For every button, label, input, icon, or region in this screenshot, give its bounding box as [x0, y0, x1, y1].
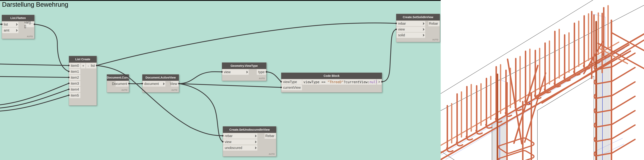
- output-port-View[interactable]: View: [171, 81, 178, 87]
- lacing-badge[interactable]: AUTO: [122, 89, 128, 91]
- input-port-item2[interactable]: item2: [69, 75, 80, 80]
- port-label: solid: [398, 33, 405, 37]
- node-create-setunobscuredinview[interactable]: Create.SetUnobscuredInViewrebarviewunobs…: [223, 126, 276, 156]
- node-create-setsolidinview[interactable]: Create.SetSolidInViewrebarviewsolidRebar…: [396, 14, 440, 42]
- node-title[interactable]: List.Flatten: [2, 15, 34, 21]
- port-label: viewType: [283, 80, 297, 84]
- node-code-block[interactable]: Code BlockviewTypecurrentViewviewType ==…: [281, 72, 382, 93]
- rebar-longitudinal-bar: [536, 34, 644, 97]
- node-document-activeview[interactable]: Document.ActiveViewdocumentViewAUTO: [142, 74, 179, 93]
- input-port-view[interactable]: view: [222, 69, 249, 75]
- code-segment-string: "ThreeD": [328, 80, 344, 84]
- port-label: view: [224, 70, 230, 74]
- port-label: View: [170, 82, 177, 86]
- port-label: item0: [71, 64, 79, 68]
- dynamo-canvas[interactable]: Darstellung Bewehrung List.Flattenlistam…: [0, 0, 644, 160]
- port-label: document: [144, 82, 159, 86]
- chevron-right-icon: [422, 34, 424, 36]
- chevron-right-icon: [15, 29, 18, 32]
- output-port-Rebar[interactable]: Rebar: [428, 21, 440, 26]
- node-list-create[interactable]: List Createitem0item1item2item3item4item…: [69, 56, 97, 106]
- port-label: var[]..[]: [24, 21, 32, 28]
- input-port-item0[interactable]: item0: [69, 63, 80, 68]
- port-label: view: [225, 140, 232, 144]
- port-label: item1: [71, 70, 79, 74]
- add-item-button[interactable]: +: [81, 63, 86, 68]
- chevron-right-icon: [246, 71, 248, 73]
- input-port-rebar[interactable]: rebar: [396, 21, 425, 26]
- input-port-solid[interactable]: solid: [396, 33, 425, 38]
- node-title[interactable]: Code Block: [281, 73, 382, 79]
- code-segment-default: viewType ==: [304, 80, 328, 84]
- port-label: Rebar: [265, 134, 274, 138]
- node-title[interactable]: Document.Current: [107, 74, 129, 81]
- input-port-document[interactable]: document: [143, 81, 166, 87]
- port-label: list: [4, 23, 8, 26]
- port-label: rebar: [398, 22, 406, 26]
- input-port-amt[interactable]: amt: [2, 28, 18, 33]
- input-port-rebar[interactable]: rebar: [223, 133, 257, 139]
- lacing-badge[interactable]: AUTO: [172, 89, 178, 91]
- code-segment-keyword: null: [370, 80, 378, 84]
- code-segment-default: ?currentView:: [344, 80, 370, 84]
- port-label: Document: [112, 82, 127, 86]
- node-document-current[interactable]: Document.CurrentDocumentAUTO: [107, 74, 129, 93]
- node-geometry-viewtype[interactable]: Geometry.ViewTypeviewtypeAUTO: [222, 62, 266, 81]
- input-port-view[interactable]: view: [223, 139, 257, 145]
- output-port-Document[interactable]: Document: [116, 81, 128, 87]
- port-label: currentView: [283, 86, 301, 90]
- input-port-unobscured[interactable]: unobscured: [223, 145, 257, 150]
- output-port-type[interactable]: type: [257, 69, 266, 75]
- input-port-list[interactable]: list: [2, 22, 18, 27]
- lacing-badge[interactable]: AUTO: [27, 35, 33, 38]
- node-title[interactable]: Create.SetUnobscuredInView: [223, 126, 276, 133]
- rebar-3d-preview[interactable]: [441, 0, 644, 160]
- input-port-viewType[interactable]: viewType: [282, 79, 302, 85]
- port-label: item4: [71, 88, 79, 92]
- port-label: >: [378, 80, 380, 84]
- node-layer: List.Flattenlistamtvar[]..[]AUTOList Cre…: [0, 0, 441, 160]
- node-title[interactable]: List Create: [69, 56, 96, 63]
- output-port-list[interactable]: list: [90, 63, 96, 68]
- input-port-currentView[interactable]: currentView: [282, 85, 302, 90]
- rebar-diagonal-bar: [612, 33, 644, 50]
- lacing-badge[interactable]: AUTO: [432, 38, 438, 41]
- input-port-view[interactable]: view: [396, 27, 425, 32]
- port-label: rebar: [225, 134, 232, 138]
- port-label: amt: [4, 28, 9, 32]
- port-label: view: [398, 27, 405, 31]
- input-port-item3[interactable]: item3: [69, 81, 80, 86]
- port-label: list: [91, 64, 95, 68]
- port-label: item5: [71, 94, 79, 97]
- output-port-Rebar[interactable]: Rebar: [264, 133, 276, 139]
- chevron-right-icon: [254, 147, 256, 149]
- chevron-right-icon: [422, 23, 424, 25]
- chevron-right-icon: [254, 141, 256, 143]
- lacing-badge[interactable]: AUTO: [269, 153, 275, 155]
- port-label: Rebar: [429, 22, 438, 26]
- port-label: unobscured: [225, 146, 242, 150]
- chevron-right-icon: [15, 23, 18, 26]
- chevron-right-icon: [254, 135, 256, 137]
- output-port-var[interactable]: var[]..[]: [24, 22, 34, 27]
- input-port-item1[interactable]: item1: [69, 69, 80, 74]
- lacing-badge[interactable]: AUTO: [259, 77, 265, 79]
- port-label: item2: [71, 76, 79, 79]
- chevron-right-icon: [162, 83, 165, 85]
- node-list-flatten[interactable]: List.Flattenlistamtvar[]..[]AUTO: [2, 15, 34, 39]
- chevron-right-icon: [422, 28, 424, 31]
- node-title[interactable]: Create.SetSolidInView: [396, 14, 440, 21]
- port-label: item3: [71, 82, 79, 86]
- output-port-[interactable]: >: [377, 79, 382, 85]
- code-block-expression[interactable]: viewType == "ThreeD"?currentView:null;: [302, 79, 376, 85]
- node-title[interactable]: Geometry.ViewType: [222, 63, 266, 69]
- node-title[interactable]: Document.ActiveView: [142, 74, 179, 81]
- port-label: type: [258, 70, 264, 74]
- input-port-item5[interactable]: item5: [69, 93, 80, 98]
- input-port-item4[interactable]: item4: [69, 87, 80, 92]
